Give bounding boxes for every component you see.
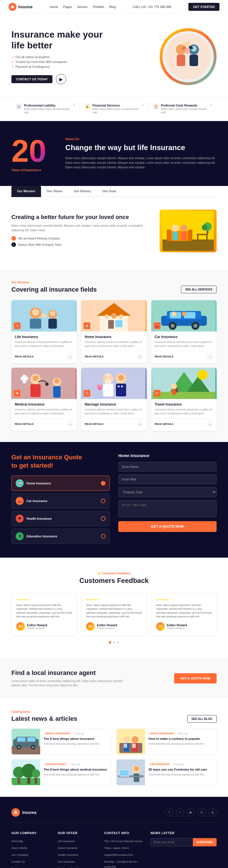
footer-link-contact[interactable]: Contact Us (11, 860, 25, 863)
family-illustration (165, 34, 211, 80)
footer-link-car[interactable]: Car Insurance (58, 860, 75, 863)
footer-link-life[interactable]: Life Insurance (58, 839, 75, 843)
footer-hours: Monday – Sunday 8:00 AM – 10:00 PM (104, 860, 139, 868)
test-name-1: Esther Howard (27, 624, 47, 627)
svg-rect-5 (190, 55, 198, 66)
svg-point-32 (50, 311, 55, 316)
read-details-home[interactable]: READ DETAILS (85, 355, 104, 358)
footer-link-our-company[interactable]: Our Company (11, 853, 28, 856)
news-card-3[interactable]: GAIN ENJOYMENT 2 days ago The 8 best thi… (11, 759, 112, 785)
quote-option-health[interactable]: ❤ Health Insurance (11, 511, 110, 526)
quote-option-home[interactable]: 🏠 Home Insurance (11, 475, 110, 491)
footer-link-health[interactable]: Health Insurance (58, 853, 78, 856)
footer-link-find-help[interactable]: Find Help (11, 839, 23, 843)
footer-col-contact: CONTACT INFO The 3-16 Cruse-Danvers Stum… (104, 831, 145, 868)
car-option-icon: 🚗 (16, 497, 24, 505)
read-details-life[interactable]: READ DETAILS (15, 355, 34, 358)
tab-our-vision[interactable]: Our Vision (41, 186, 68, 197)
read-details-car[interactable]: READ DETAILS (155, 355, 174, 358)
svg-point-29 (32, 309, 39, 315)
quote-option-education[interactable]: 🎓 Education Insurance (11, 529, 110, 544)
quick-link-2[interactable]: 💰 Financial Services Etiam netus ullamco… (80, 101, 148, 117)
news-card-2[interactable]: HEALTH INSURANCE 3 days ago How to make … (116, 728, 217, 755)
svg-rect-14 (167, 229, 171, 241)
service-arrow-car[interactable]: → (207, 353, 213, 360)
service-arrow-home[interactable]: → (137, 353, 143, 360)
facebook-icon[interactable]: f (165, 808, 173, 816)
svg-rect-99 (124, 744, 127, 748)
svg-point-40 (111, 313, 117, 319)
instagram-icon[interactable]: ig (209, 808, 217, 816)
footer-link-home[interactable]: Home Insurance (58, 846, 78, 849)
contact-us-button[interactable]: CONTACT US TODAY (11, 75, 52, 83)
newsletter-input[interactable] (150, 838, 193, 846)
svg-rect-13 (168, 231, 191, 241)
get-started-button[interactable]: GET STARTED (189, 3, 220, 11)
service-card-travel: ✈ Travel Insurance Insurance advices cem… (151, 368, 217, 431)
quote-option-car[interactable]: 🚗 Car Insurance (11, 493, 110, 508)
newsletter-submit[interactable]: SUBSCRIBE (193, 838, 217, 846)
news-card-1[interactable]: MEDICAL INSURANCE 2 days ago The 8 best … (11, 728, 112, 755)
service-arrow-travel[interactable]: → (207, 421, 213, 427)
nav-home[interactable]: Home (50, 5, 58, 8)
footer-link-employee[interactable]: Employee Benefits (58, 867, 80, 868)
check-icon-2: ✓ (11, 242, 16, 247)
read-details-travel[interactable]: READ DETAILS (155, 423, 174, 426)
get-quote-now-button[interactable]: GET A QUOTE NOW (174, 673, 217, 683)
test-label: ⭐ Customers Feedback (11, 572, 217, 575)
nav-service[interactable]: Service (77, 5, 88, 8)
footer-link-how-it-works[interactable]: How it Works (11, 846, 27, 849)
get-quote-button[interactable]: GET A QUOTE NOW (118, 521, 217, 532)
dot-2[interactable] (113, 641, 115, 644)
dot-3[interactable] (117, 641, 119, 644)
svg-rect-63 (83, 368, 145, 399)
nav-portfolio[interactable]: Portfolio (93, 5, 104, 8)
footer-link-disclaimer[interactable]: Disclaimer (11, 867, 24, 868)
service-name-travel: Travel Insurance (155, 402, 213, 406)
service-arrow-marriage[interactable]: → (137, 421, 143, 427)
quote-name-input[interactable] (118, 462, 217, 472)
linkedin-icon[interactable]: in (198, 808, 206, 816)
youtube-icon[interactable]: ▶ (187, 808, 195, 816)
play-button[interactable]: ▶ (56, 74, 66, 84)
svg-point-57 (45, 382, 49, 386)
quote-email-input[interactable] (118, 474, 217, 484)
quote-form: Home Insurance Property Type GET A QUOTE… (118, 453, 217, 546)
quote-property-type-select[interactable]: Property Type (118, 487, 217, 497)
nav-pages[interactable]: Pages (63, 5, 72, 8)
read-details-marriage[interactable]: READ DETAILS (85, 423, 104, 426)
service-card-medical: ✚ Medical Insurance Insurance advices ce… (11, 368, 77, 431)
svg-point-16 (172, 225, 179, 231)
svg-point-41 (119, 314, 123, 319)
quick-link-1[interactable]: ⚖️ Professional Liability Etiam netus ul… (11, 101, 80, 117)
avatar-1: EH (16, 622, 25, 631)
nav-blog[interactable]: Blog (109, 5, 116, 8)
news-tag-4: LIFE INSURANCE (148, 762, 171, 766)
news-card-4[interactable]: LIFE INSURANCE 4 days ago 20 ways you ca… (116, 759, 217, 785)
see-all-services-button[interactable]: SEE ALL SERVICES (181, 286, 217, 293)
svg-point-74 (99, 384, 103, 388)
tabs-section: Our Mission Our Vision Our History Our G… (0, 186, 228, 270)
quote-message-textarea[interactable] (118, 500, 217, 517)
svg-rect-106 (27, 778, 30, 784)
find-agent-desc: Lorem ipsum dolor sit amet, consectetur … (11, 679, 125, 687)
quick-link-3[interactable]: 🏆 Preferred Cash Rewards Etiam netus ull… (148, 101, 217, 117)
test-role-2: Graphic Designer (97, 627, 117, 629)
stars-3: ★★★★★ (156, 598, 212, 601)
svg-rect-82 (175, 388, 178, 393)
hero-feature-2: Trusted by more than 800 companies (11, 60, 108, 63)
tab-our-history[interactable]: Our History (68, 186, 97, 197)
footer-email[interactable]: support@insurarea.com (104, 853, 133, 856)
tab-our-mission[interactable]: Our Mission (11, 186, 41, 197)
svg-rect-37 (108, 320, 114, 329)
twitter-icon[interactable]: t (176, 808, 184, 816)
read-details-medical[interactable]: READ DETAILS (15, 423, 34, 426)
footer-col-newsletter: NEWS LATTER SUBSCRIBE (150, 831, 217, 868)
logo-text: Insurea (18, 5, 32, 9)
footer-col-company: OUR COMPANY Find Help How it Works Our C… (11, 831, 52, 868)
tab-our-goal[interactable]: Our Goal (97, 186, 122, 197)
service-arrow-life[interactable]: → (67, 353, 73, 360)
service-arrow-medical[interactable]: → (67, 421, 73, 427)
dot-1[interactable] (109, 641, 111, 644)
see-all-blog-button[interactable]: SEE ALL BLOG (187, 715, 217, 723)
